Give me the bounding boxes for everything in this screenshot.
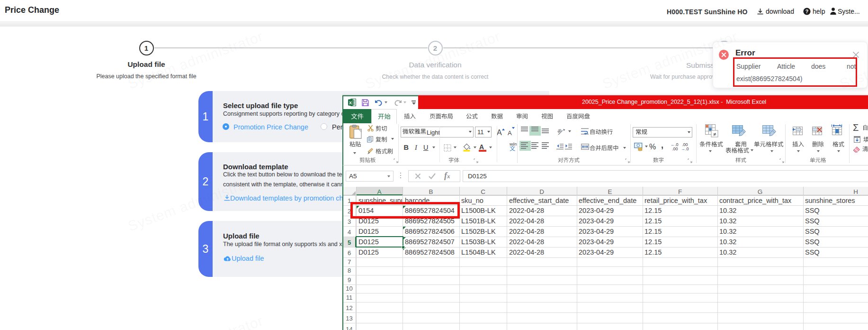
svg-text:X: X [349, 101, 352, 105]
svg-text:?: ? [805, 9, 808, 14]
svg-text:ab: ab [557, 128, 563, 134]
svg-text:≠: ≠ [713, 131, 716, 137]
